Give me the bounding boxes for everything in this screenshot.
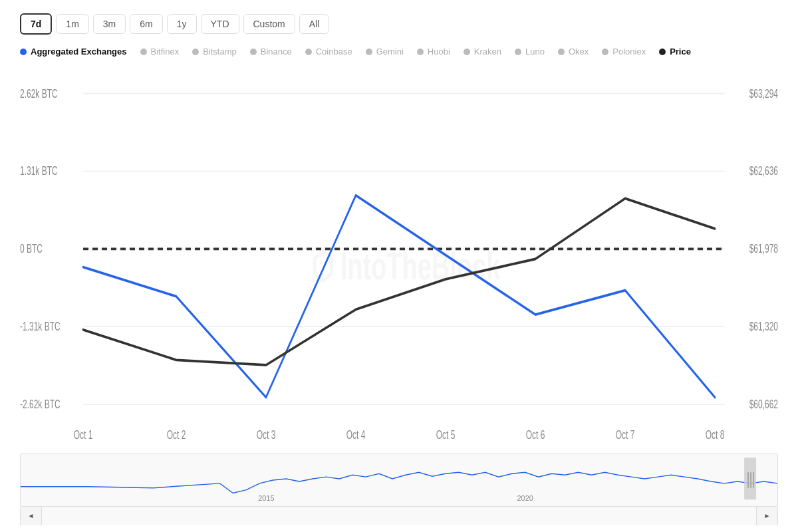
- legend-label: Luno: [525, 47, 545, 57]
- svg-text:Oct 4: Oct 4: [346, 428, 366, 441]
- main-chart-svg: 2.62k BTC 1.31k BTC 0 BTC -1.31k BTC -2.…: [20, 67, 778, 451]
- legend-item-coinbase[interactable]: Coinbase: [305, 47, 352, 57]
- time-btn-ytd[interactable]: YTD: [201, 14, 239, 34]
- svg-text:Oct 7: Oct 7: [616, 428, 635, 441]
- legend-label: Bitfinex: [151, 47, 180, 57]
- legend-dot: [366, 49, 372, 55]
- legend-item-kraken[interactable]: Kraken: [464, 47, 501, 57]
- legend-item-gemini[interactable]: Gemini: [366, 47, 404, 57]
- legend-dot: [140, 49, 147, 55]
- svg-text:Oct 1: Oct 1: [74, 428, 93, 441]
- main-container: 7d1m3m6m1yYTDCustomAll Aggregated Exchan…: [0, 0, 798, 532]
- legend-item-aggregated-exchanges[interactable]: Aggregated Exchanges: [20, 47, 127, 57]
- legend-dot: [602, 49, 608, 55]
- time-btn-3m[interactable]: 3m: [93, 14, 126, 34]
- legend-label: Huobi: [428, 47, 450, 57]
- svg-text:Oct 3: Oct 3: [257, 428, 276, 441]
- time-range-bar: 7d1m3m6m1yYTDCustomAll: [20, 13, 778, 35]
- time-btn-all[interactable]: All: [299, 14, 330, 34]
- legend-item-bitstamp[interactable]: Bitstamp: [192, 47, 237, 57]
- time-btn-1m[interactable]: 1m: [56, 14, 88, 34]
- scroll-bar: ◄ ►: [20, 507, 778, 525]
- scroll-right-button[interactable]: ►: [756, 507, 777, 525]
- legend-dot: [659, 49, 666, 55]
- legend-label: Kraken: [474, 47, 501, 57]
- svg-text:$61,320: $61,320: [749, 320, 778, 333]
- navigator-svg: 2015 2020: [21, 454, 777, 506]
- legend-item-binance[interactable]: Binance: [250, 47, 292, 57]
- scroll-track[interactable]: [42, 507, 756, 525]
- svg-text:$63,294: $63,294: [749, 86, 778, 100]
- legend-label: Binance: [261, 47, 292, 57]
- svg-text:-2.62k BTC: -2.62k BTC: [20, 398, 61, 411]
- svg-text:Oct 5: Oct 5: [436, 428, 456, 441]
- legend-dot: [250, 49, 257, 55]
- time-btn-custom[interactable]: Custom: [243, 14, 295, 34]
- legend-label: Price: [670, 47, 691, 57]
- svg-text:$61,978: $61,978: [749, 242, 778, 255]
- time-btn-1y[interactable]: 1y: [167, 14, 197, 34]
- svg-text:-1.31k BTC: -1.31k BTC: [20, 320, 61, 333]
- legend-dot: [464, 49, 470, 55]
- chart-wrapper: 2.62k BTC 1.31k BTC 0 BTC -1.31k BTC -2.…: [20, 67, 778, 525]
- legend-dot: [558, 49, 565, 55]
- legend-label: Bitstamp: [203, 47, 237, 57]
- legend-label: Coinbase: [316, 47, 352, 57]
- navigator[interactable]: 2015 2020: [20, 454, 778, 507]
- legend-dot: [305, 49, 312, 55]
- legend-dot: [20, 49, 27, 55]
- svg-text:2020: 2020: [517, 494, 533, 502]
- svg-text:Oct 6: Oct 6: [526, 428, 545, 441]
- legend-dot: [417, 49, 424, 55]
- legend-dot: [192, 49, 199, 55]
- legend-item-price[interactable]: Price: [659, 47, 691, 57]
- legend-item-huobi[interactable]: Huobi: [417, 47, 450, 57]
- svg-rect-28: [744, 458, 756, 499]
- scroll-left-button[interactable]: ◄: [21, 507, 42, 525]
- svg-text:0 BTC: 0 BTC: [20, 242, 43, 255]
- svg-text:$62,636: $62,636: [749, 164, 778, 178]
- legend-item-okex[interactable]: Okex: [558, 47, 589, 57]
- svg-text:$60,662: $60,662: [749, 398, 778, 411]
- legend-label: Aggregated Exchanges: [31, 47, 127, 57]
- legend-item-bitfinex[interactable]: Bitfinex: [140, 47, 180, 57]
- legend: Aggregated ExchangesBitfinexBitstampBina…: [20, 47, 778, 57]
- legend-item-poloniex[interactable]: Poloniex: [602, 47, 646, 57]
- legend-dot: [515, 49, 521, 55]
- legend-item-luno[interactable]: Luno: [515, 47, 545, 57]
- svg-text:1.31k BTC: 1.31k BTC: [20, 164, 58, 178]
- svg-text:2.62k BTC: 2.62k BTC: [20, 86, 58, 100]
- svg-text:Oct 8: Oct 8: [706, 428, 725, 441]
- chart-main: 2.62k BTC 1.31k BTC 0 BTC -1.31k BTC -2.…: [20, 67, 778, 451]
- time-btn-7d[interactable]: 7d: [20, 13, 52, 35]
- legend-label: Poloniex: [612, 47, 646, 57]
- time-btn-6m[interactable]: 6m: [130, 14, 162, 34]
- legend-label: Gemini: [376, 47, 404, 57]
- svg-text:Oct 2: Oct 2: [167, 428, 186, 441]
- svg-text:⬡ IntoTheBlock: ⬡ IntoTheBlock: [311, 245, 501, 287]
- svg-rect-25: [21, 454, 777, 506]
- legend-label: Okex: [569, 47, 589, 57]
- svg-text:2015: 2015: [258, 494, 274, 502]
